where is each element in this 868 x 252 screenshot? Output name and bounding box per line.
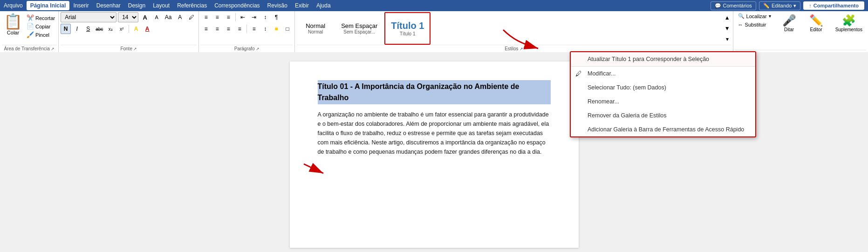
menu-correspondencias[interactable]: Correspondências: [211, 1, 263, 10]
bold-button[interactable]: N: [61, 24, 71, 34]
show-marks-button[interactable]: ¶: [271, 12, 281, 22]
document-body: A organização no ambiente de trabalho é …: [318, 110, 551, 157]
suplementos-label: Suplementos: [835, 27, 862, 32]
substituir-icon: ↔: [738, 22, 743, 27]
styles-scroll-up[interactable]: ▲: [724, 14, 731, 21]
italic-button[interactable]: I: [72, 24, 82, 34]
bullets-button[interactable]: ≡: [201, 12, 211, 22]
menu-exibir[interactable]: Exibir: [291, 1, 313, 10]
dropdown-modify-label: Modificar...: [588, 70, 615, 77]
style-context-menu: Atualizar Título 1 para Corresponder à S…: [570, 51, 756, 137]
editing-button[interactable]: ✏️ Editando ▾: [759, 1, 800, 10]
para-sep1: [235, 13, 236, 21]
ribbon: 📋 Colar ✂️ Recortar 📄 Copiar 🖌️ Pincel: [0, 11, 868, 52]
style-normal-label: Normal: [308, 29, 323, 34]
clipboard-dialog-icon[interactable]: ↗: [51, 47, 55, 51]
menu-referencias[interactable]: Referências: [173, 1, 211, 10]
borders-button[interactable]: □: [282, 24, 293, 34]
align-center-button[interactable]: ≡: [212, 24, 222, 34]
font-size-select[interactable]: 14: [118, 12, 138, 22]
menu-arquivo[interactable]: Arquivo: [0, 1, 27, 10]
substituir-button[interactable]: ↔ Substituir: [735, 21, 774, 28]
superscript-button[interactable]: x²: [116, 24, 127, 34]
styles-gallery: Normal Normal Sem Espaçar Sem Espaçar...…: [297, 12, 722, 45]
editor-button[interactable]: ✏️ Editor: [805, 12, 828, 34]
document-title-container: Título 01 - A Importância da Organização…: [318, 80, 551, 104]
menu-desenhar[interactable]: Desenhar: [93, 1, 124, 10]
paste-button[interactable]: 📋 Colar: [2, 12, 24, 35]
justify-button[interactable]: ≡: [234, 24, 245, 34]
styles-section-label: Estilos: [505, 46, 518, 51]
menu-ajuda[interactable]: Ajuda: [313, 1, 335, 10]
numbering-button[interactable]: ≡: [212, 12, 222, 22]
align-left-button[interactable]: ≡: [201, 24, 211, 34]
clipboard-label: Área de Transferência: [4, 46, 49, 51]
change-case-button[interactable]: Aa: [163, 12, 173, 22]
ditar-label: Ditar: [784, 27, 794, 32]
style-normal[interactable]: Normal Normal: [297, 12, 334, 45]
separator: [129, 25, 129, 33]
clear-format-button[interactable]: A: [175, 12, 185, 22]
dropdown-rename-label: Renomear...: [588, 98, 619, 105]
cut-button[interactable]: ✂️ Recortar: [25, 14, 56, 22]
dropdown-remove[interactable]: Remover da Galeria de Estilos: [571, 109, 755, 123]
styles-dialog-icon[interactable]: ↗: [519, 47, 523, 51]
comments-button[interactable]: 💬 Comentários: [711, 1, 756, 10]
sort-button[interactable]: ↕: [260, 12, 270, 22]
menu-pagina-inicial[interactable]: Página Inicial: [27, 1, 70, 10]
strikethrough-button[interactable]: abc: [94, 24, 104, 34]
font-section: Arial 14 A A Aa A 🖊 N I S abc x₂: [59, 11, 199, 52]
font-dialog-icon[interactable]: ↗: [133, 47, 137, 51]
menu-inserir[interactable]: Inserir: [69, 1, 92, 10]
copy-icon: 📄: [27, 23, 34, 30]
copy-button[interactable]: 📄 Copiar: [25, 22, 56, 30]
columns-button[interactable]: ≡: [249, 24, 259, 34]
align-right-button[interactable]: ≡: [223, 24, 233, 34]
shrink-font-button[interactable]: A: [151, 12, 162, 22]
menu-items: Arquivo Página Inicial Inserir Desenhar …: [0, 1, 335, 10]
style-nospace-preview: Sem Espaçar: [341, 22, 377, 29]
cut-icon: ✂️: [27, 14, 34, 21]
styles-section: Normal Normal Sem Espaçar Sem Espaçar...…: [295, 11, 733, 52]
paragraph-dialog-icon[interactable]: ↗: [256, 47, 260, 51]
menu-design[interactable]: Design: [124, 1, 149, 10]
underline-button[interactable]: S: [83, 24, 93, 34]
chevron-down-icon: ▾: [793, 3, 796, 9]
paragraph-section: ≡ ≡ ≡ ⇤ ⇥ ↕ ¶ ≡ ≡ ≡ ≡ ≡ ↕ ■: [199, 11, 295, 52]
dropdown-update[interactable]: Atualizar Título 1 para Corresponder à S…: [571, 52, 755, 67]
dropdown-rename[interactable]: Renomear...: [571, 95, 755, 109]
shading-button[interactable]: ■: [271, 24, 281, 34]
styles-expand[interactable]: ▾: [724, 35, 731, 43]
share-button[interactable]: ↑ Compartilhamento: [803, 1, 864, 10]
dropdown-modify[interactable]: 🖊 Modificar...: [571, 67, 755, 81]
highlight-button[interactable]: A: [131, 24, 141, 34]
style-sem-espacamento[interactable]: Sem Espaçar Sem Espaçar...: [335, 12, 383, 45]
dropdown-add-gallery[interactable]: Adicionar Galeria à Barra de Ferramentas…: [571, 123, 755, 136]
styles-scroll-down[interactable]: ▼: [724, 25, 731, 32]
format-painter-button[interactable]: 🖌️ Pincel: [25, 31, 56, 39]
subscript-button[interactable]: x₂: [105, 24, 116, 34]
multilevel-button[interactable]: ≡: [223, 12, 233, 22]
style-titulo1[interactable]: Título 1 Título 1: [384, 12, 431, 45]
dropdown-select-all-label: Selecionar Tudo: (sem Dados): [588, 84, 666, 91]
increase-indent-button[interactable]: ⇥: [249, 12, 259, 22]
dropdown-add-gallery-label: Adicionar Galeria à Barra de Ferramentas…: [588, 126, 744, 133]
app-window: Arquivo Página Inicial Inserir Desenhar …: [0, 0, 868, 252]
font-color-button[interactable]: A: [142, 24, 152, 34]
menu-layout[interactable]: Layout: [149, 1, 173, 10]
grow-font-button[interactable]: A: [140, 12, 150, 22]
font-color-clear[interactable]: 🖊: [186, 12, 197, 22]
paste-label: Colar: [7, 30, 19, 35]
localizar-chevron: ▾: [769, 14, 771, 19]
line-spacing-button[interactable]: ↕: [260, 24, 270, 34]
paragraph-section-label: Parágrafo: [234, 46, 255, 51]
localizar-button[interactable]: 🔍 Localizar ▾: [735, 12, 774, 20]
top-right-actions: 💬 Comentários ✏️ Editando ▾ ↑ Compartilh…: [711, 1, 868, 10]
share-icon: ↑: [809, 3, 812, 8]
font-name-select[interactable]: Arial: [61, 12, 116, 22]
menu-revisao[interactable]: Revisão: [264, 1, 291, 10]
ditar-button[interactable]: 🎤 Ditar: [778, 12, 801, 34]
dropdown-select-all[interactable]: Selecionar Tudo: (sem Dados): [571, 81, 755, 95]
suplementos-button[interactable]: 🧩 Suplementos: [832, 12, 866, 34]
decrease-indent-button[interactable]: ⇤: [238, 12, 248, 22]
